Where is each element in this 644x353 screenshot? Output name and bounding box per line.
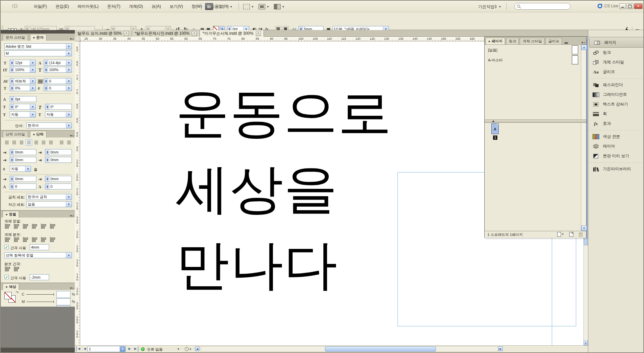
dock-item-separations[interactable]: 분판 미리 보기 xyxy=(588,151,644,161)
spinner[interactable] xyxy=(45,157,49,162)
distribute-object-button-1[interactable] xyxy=(13,237,20,243)
last-line-indent-field[interactable]: 0mm xyxy=(45,157,72,163)
distribute-spacing-field[interactable]: -2mm xyxy=(30,274,49,280)
align-spacing-field[interactable]: 4mm xyxy=(30,244,49,250)
dock-item-glyphs[interactable]: Aa글리프 xyxy=(588,67,644,77)
dock-item-library[interactable]: 가은라이브러리 xyxy=(588,164,644,174)
tab-glyphs[interactable]: 글리프 xyxy=(545,38,562,44)
language-dropdown[interactable]: 한국어▼ xyxy=(26,122,72,128)
dock-item-pages[interactable]: 페이지 xyxy=(589,37,644,48)
scroll-down-button[interactable]: ▼ xyxy=(581,226,587,231)
spinner[interactable] xyxy=(44,67,48,72)
minimize-button[interactable] xyxy=(619,3,626,9)
distribute-object-button-5[interactable] xyxy=(49,237,56,243)
zoom-level-dropdown[interactable]: 300% ▼ xyxy=(218,4,232,9)
cs-live-button[interactable]: CS Live xyxy=(597,3,618,9)
spinner[interactable] xyxy=(10,104,14,109)
document-tab-2[interactable]: *이거무슨서체.indd @ 300%× xyxy=(200,30,264,37)
tab-pages[interactable]: ◆페이지 xyxy=(486,38,505,44)
dock-item-pathfinder[interactable]: 패스파인더 xyxy=(588,80,644,90)
arrange-documents-dropdown[interactable]: ▼ xyxy=(274,4,285,10)
scroll-left-button[interactable]: ◀ xyxy=(195,346,199,351)
mojikumi-dropdown[interactable]: 없음▼ xyxy=(26,201,72,207)
use-spacing-checkbox[interactable]: ✓ xyxy=(4,245,9,249)
spinner[interactable] xyxy=(10,85,14,91)
previous-page-button[interactable]: ◀ xyxy=(82,346,88,352)
warichu-dropdown[interactable]: 자동▼ xyxy=(45,111,72,117)
paragraph-align-button-8[interactable] xyxy=(66,139,72,145)
align-object-button-1[interactable] xyxy=(13,223,20,229)
scroll-up-button[interactable]: ▲ xyxy=(581,45,587,50)
pages-scrollbar[interactable]: ▼ xyxy=(581,123,586,231)
tab-character[interactable]: ◆문자 xyxy=(30,34,46,41)
menu-item-4[interactable]: 개체(O) xyxy=(125,4,147,9)
kerning-field[interactable]: 메트릭▼ xyxy=(10,78,36,84)
master-row-0[interactable]: [없음] xyxy=(485,45,581,55)
distribute-object-button-0[interactable] xyxy=(4,237,11,243)
font-size-field[interactable]: 12pt▼ xyxy=(10,60,36,66)
spinner[interactable] xyxy=(44,60,48,65)
tab-close-icon[interactable]: × xyxy=(124,31,129,36)
spinner[interactable] xyxy=(10,176,14,182)
channel-slider[interactable] xyxy=(26,302,54,302)
tab-object-styles[interactable]: 개체 스타일 xyxy=(520,38,544,44)
dock-item-object-styles[interactable]: 개체 스타일 xyxy=(588,57,644,67)
spinner[interactable] xyxy=(44,85,48,91)
menu-item-5[interactable]: 표(A) xyxy=(147,4,165,9)
vertical-ruler[interactable]: 6 06 57 07 58 08 59 09 51 0 01 0 51 1 01… xyxy=(75,41,80,345)
menu-item-0[interactable]: 파일(F) xyxy=(29,4,51,9)
left-indent-field[interactable]: 0mm xyxy=(10,149,36,155)
channel-slider[interactable] xyxy=(26,294,54,295)
document-tab-0[interactable]: 탈무드 표지.indd @ 50%× xyxy=(75,30,132,37)
horizontal-scroll-thumb[interactable] xyxy=(325,346,436,352)
dock-header[interactable] xyxy=(588,30,644,37)
page-1-thumbnail[interactable]: A xyxy=(491,123,499,134)
space-after-field[interactable]: 0mm xyxy=(45,176,72,182)
scroll-down-button[interactable]: ▼ xyxy=(584,341,588,345)
paragraph-align-button-3[interactable] xyxy=(26,139,32,145)
tracking-field[interactable]: 0▼ xyxy=(44,78,72,84)
tab-character-styles[interactable]: 문자 스타일 xyxy=(3,34,28,41)
spinner[interactable] xyxy=(10,67,14,72)
kinsoku-dropdown[interactable]: 한국어 금칙▼ xyxy=(26,194,72,200)
master-row-1[interactable]: A-마스터 xyxy=(485,55,581,65)
distribute-spacing-button-1[interactable] xyxy=(13,266,20,272)
paragraph-align-button-1[interactable] xyxy=(11,139,17,145)
spinner[interactable] xyxy=(45,104,49,109)
new-page-icon[interactable] xyxy=(569,232,574,238)
workspace-switcher[interactable]: 가은작업3▼ xyxy=(478,4,501,10)
dock-item-text-wrap[interactable]: 텍스트 감싸기 xyxy=(588,99,644,109)
grid-mode-dropdown[interactable]: 자동▼ xyxy=(10,166,31,172)
channel-value-field[interactable] xyxy=(56,298,70,305)
channel-value-field[interactable] xyxy=(56,291,70,298)
delete-page-icon[interactable] xyxy=(579,232,583,238)
spinner[interactable] xyxy=(45,184,49,189)
distribute-object-button-3[interactable] xyxy=(31,237,38,243)
screen-mode-dropdown[interactable]: ▼ xyxy=(259,4,269,10)
first-page-button[interactable]: ◀ xyxy=(76,346,82,352)
align-object-button-0[interactable] xyxy=(4,223,11,229)
tab-close-icon[interactable]: × xyxy=(192,31,197,36)
search-input[interactable] xyxy=(514,3,571,10)
dock-item-links[interactable]: 링크 xyxy=(588,48,644,57)
menu-item-7[interactable]: 창(W) xyxy=(187,4,206,9)
scroll-right-button[interactable]: ▶ xyxy=(498,346,503,351)
ruler-origin-corner[interactable] xyxy=(75,37,80,41)
character-rotation-field[interactable]: 0°▼ xyxy=(10,104,36,110)
space-before-field[interactable]: 0mm xyxy=(10,176,36,182)
next-page-button[interactable]: ▶ xyxy=(127,346,132,352)
paragraph-align-button-7[interactable] xyxy=(58,139,65,145)
preflight-menu-icon[interactable]: ▼ xyxy=(177,348,180,351)
spinner[interactable] xyxy=(10,157,14,162)
tab-align[interactable]: ◆정렬 xyxy=(3,211,19,218)
page-number-field[interactable]: 1▼ xyxy=(88,346,126,352)
spinner[interactable] xyxy=(10,96,14,102)
close-button[interactable]: × xyxy=(634,3,643,9)
spinner[interactable] xyxy=(45,176,49,182)
spinner[interactable] xyxy=(10,149,14,155)
tab-close-icon[interactable]: × xyxy=(256,31,261,36)
restore-button[interactable] xyxy=(627,3,633,9)
use-spacing2-checkbox[interactable]: ✓ xyxy=(4,275,9,279)
spinner[interactable] xyxy=(10,184,14,189)
panel-menu-icon[interactable]: ▼≡ xyxy=(69,214,73,218)
